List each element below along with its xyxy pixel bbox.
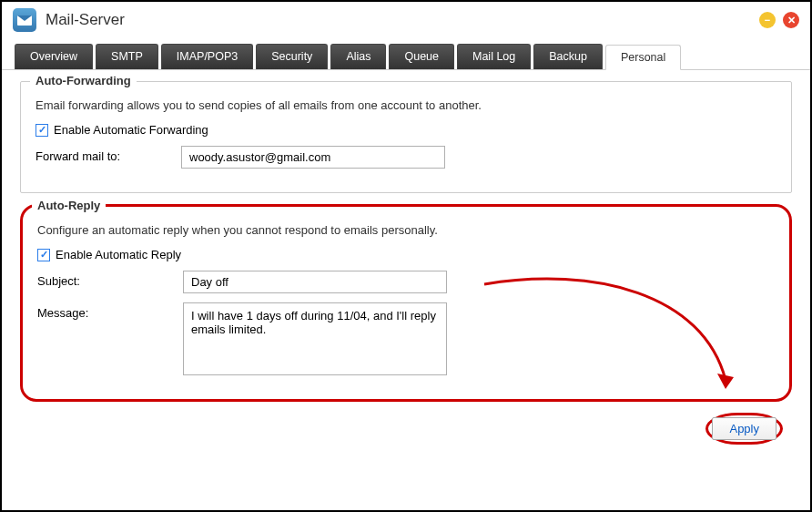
subject-input[interactable]	[183, 271, 447, 293]
auto-reply-fieldset: Auto-Reply Configure an automatic reply …	[20, 204, 792, 402]
titlebar: Mail-Server − ✕	[2, 2, 810, 38]
message-label: Message:	[37, 302, 183, 320]
content-area: Auto-Forwarding Email forwarding allows …	[2, 70, 810, 456]
enable-forwarding-checkbox[interactable]: ✓	[36, 124, 48, 137]
forward-to-input[interactable]	[181, 146, 445, 169]
auto-forwarding-legend: Auto-Forwarding	[30, 74, 137, 87]
check-icon: ✓	[38, 124, 46, 136]
enable-forwarding-row: ✓ Enable Automatic Forwarding	[36, 123, 776, 137]
message-textarea[interactable]	[183, 302, 447, 375]
check-icon: ✓	[40, 249, 48, 261]
enable-reply-label: Enable Automatic Reply	[56, 248, 181, 261]
tab-security[interactable]: Security	[256, 44, 328, 69]
action-row: Apply	[20, 413, 792, 445]
enable-forwarding-label: Enable Automatic Forwarding	[54, 123, 208, 137]
apply-highlight-annotation: Apply	[705, 413, 783, 445]
enable-reply-checkbox[interactable]: ✓	[37, 249, 50, 261]
forward-to-row: Forward mail to:	[36, 146, 776, 169]
auto-reply-description: Configure an automatic reply when you ca…	[37, 223, 775, 237]
app-window: Mail-Server − ✕ Overview SMTP IMAP/POP3 …	[0, 0, 812, 512]
auto-forwarding-fieldset: Auto-Forwarding Email forwarding allows …	[20, 81, 792, 193]
tab-personal[interactable]: Personal	[605, 45, 681, 70]
enable-reply-row: ✓ Enable Automatic Reply	[37, 248, 775, 261]
apply-button[interactable]: Apply	[712, 417, 776, 440]
close-button[interactable]: ✕	[783, 12, 799, 28]
tab-smtp[interactable]: SMTP	[96, 44, 158, 69]
mail-server-icon	[13, 8, 36, 32]
minimize-button[interactable]: −	[759, 12, 776, 28]
auto-forwarding-description: Email forwarding allows you to send copi…	[36, 98, 776, 112]
tab-alias[interactable]: Alias	[330, 44, 386, 69]
tab-bar: Overview SMTP IMAP/POP3 Security Alias Q…	[2, 38, 810, 70]
subject-label: Subject:	[37, 271, 183, 288]
window-title: Mail-Server	[46, 11, 759, 29]
message-row: Message:	[37, 302, 775, 375]
tab-mail-log[interactable]: Mail Log	[457, 44, 531, 69]
subject-row: Subject:	[37, 271, 775, 293]
forward-to-label: Forward mail to:	[36, 146, 181, 163]
tab-backup[interactable]: Backup	[533, 44, 603, 69]
tab-queue[interactable]: Queue	[389, 44, 454, 69]
auto-reply-legend: Auto-Reply	[32, 199, 106, 212]
tab-imap-pop3[interactable]: IMAP/POP3	[161, 44, 253, 69]
window-controls: − ✕	[759, 12, 799, 28]
tab-overview[interactable]: Overview	[15, 44, 93, 69]
